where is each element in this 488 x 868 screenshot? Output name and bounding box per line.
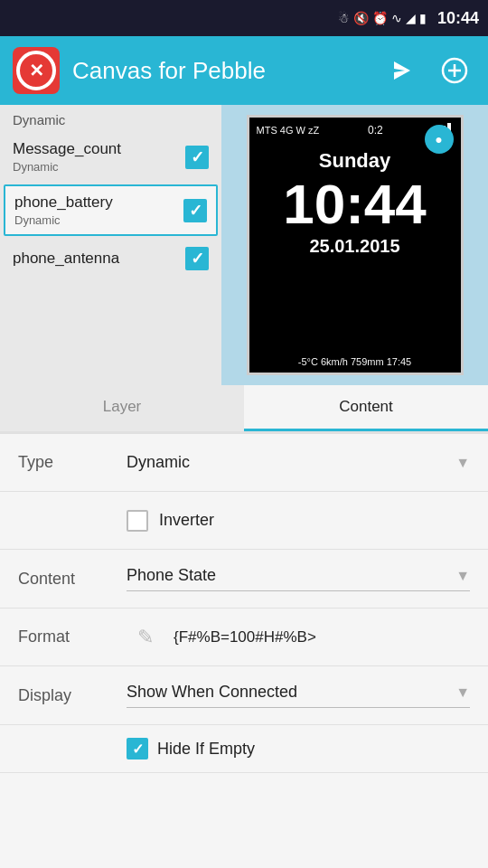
pencil-icon: ✎ <box>137 626 154 649</box>
tab-content[interactable]: Content <box>244 385 488 431</box>
content-value-container: Phone State ▼ <box>127 566 470 591</box>
display-value: Show When Connected <box>127 683 297 702</box>
bluetooth-icon: ☃ <box>338 11 350 25</box>
item-name: Message_count <box>13 140 121 158</box>
app-icon <box>13 47 60 94</box>
wifi-icon: ∿ <box>391 11 402 25</box>
app-title: Canvas for Pebble <box>72 57 369 85</box>
status-time: 10:44 <box>437 9 479 28</box>
type-row: Type Dynamic ▼ <box>0 434 488 492</box>
form-rows: Type Dynamic ▼ Inverter Content Phone St… <box>0 434 488 868</box>
format-row: Format ✎ {F#%B=100#H#%B> <box>0 609 488 666</box>
type-label: Type <box>18 453 127 472</box>
format-label: Format <box>18 627 127 646</box>
dropdown-arrow-display: ▼ <box>455 684 470 701</box>
display-row: Display Show When Connected ▼ <box>0 666 488 725</box>
item-sublabel: Dynamic <box>14 213 113 227</box>
mute-icon: 🔇 <box>353 11 369 25</box>
top-section: Dynamic Message_count Dynamic ✓ phone_ba… <box>0 105 488 385</box>
watch-bluetooth-icon: ● <box>425 125 454 154</box>
hide-empty-row: ✓ Hide If Empty <box>0 725 488 773</box>
content-underline <box>127 590 470 591</box>
hide-empty-checkbox[interactable]: ✓ <box>127 738 148 760</box>
format-value: {F#%B=100#H#%B> <box>174 628 316 646</box>
battery-icon: ▮ <box>419 11 427 25</box>
left-list: Dynamic Message_count Dynamic ✓ phone_ba… <box>0 105 221 385</box>
main-content: Dynamic Message_count Dynamic ✓ phone_ba… <box>0 105 488 868</box>
inverter-label: Inverter <box>159 511 214 530</box>
list-item[interactable]: phone_antenna ✓ <box>0 238 221 279</box>
inverter-row: Inverter <box>0 492 488 550</box>
tab-layer[interactable]: Layer <box>0 385 244 431</box>
watch-bottom-bar: -5°C 6km/h 759mm 17:45 <box>257 356 454 367</box>
list-item[interactable]: Message_count Dynamic ✓ <box>0 131 221 183</box>
bottom-section: Layer Content Type Dynamic ▼ Inverter <box>0 385 488 868</box>
status-icons: ☃ 🔇 ⏰ ∿ ◢ ▮ <box>338 11 427 25</box>
item-checkbox[interactable]: ✓ <box>185 146 209 169</box>
status-bar: ☃ 🔇 ⏰ ∿ ◢ ▮ 10:44 <box>0 0 488 36</box>
watch-face: MTS 4G W zZ 0:2 ● Sunday 10:44 25.01.201… <box>247 115 464 375</box>
type-value-container[interactable]: Dynamic ▼ <box>127 453 470 472</box>
content-value: Phone State <box>127 566 216 585</box>
hide-empty-label: Hide If Empty <box>157 740 255 759</box>
watch-time-small: 0:2 <box>368 124 383 137</box>
content-row: Content Phone State ▼ <box>0 550 488 609</box>
display-value-container: Show When Connected ▼ <box>127 683 470 708</box>
watch-status-bar: MTS 4G W zZ 0:2 <box>257 123 454 137</box>
display-underline <box>127 707 470 708</box>
display-label: Display <box>18 686 127 705</box>
send-button[interactable] <box>381 54 421 87</box>
item-sublabel: Dynamic <box>13 160 121 174</box>
app-bar: Canvas for Pebble <box>0 36 488 105</box>
watch-carrier: MTS 4G W zZ <box>257 125 320 136</box>
item-checkbox[interactable]: ✓ <box>183 199 207 222</box>
content-label: Content <box>18 570 127 589</box>
item-name: phone_antenna <box>13 250 119 268</box>
watch-time-big: 10:44 <box>257 176 454 232</box>
add-button[interactable] <box>434 53 475 88</box>
dropdown-arrow-content: ▼ <box>455 568 470 584</box>
watch-date: 25.01.2015 <box>257 236 454 257</box>
type-value: Dynamic <box>127 453 190 472</box>
dropdown-arrow-type: ▼ <box>455 455 470 471</box>
item-checkbox[interactable]: ✓ <box>185 247 209 270</box>
list-item-selected[interactable]: phone_battery Dynamic ✓ <box>4 184 218 236</box>
dynamic-top-label: Dynamic <box>0 108 221 131</box>
watch-preview: MTS 4G W zZ 0:2 ● Sunday 10:44 25.01.201… <box>221 105 488 385</box>
item-name: phone_battery <box>14 193 113 212</box>
tabs-bar: Layer Content <box>0 385 488 434</box>
signal-icon: ◢ <box>406 11 416 25</box>
alarm-icon: ⏰ <box>372 11 388 25</box>
svg-marker-0 <box>394 61 410 80</box>
watch-day: Sunday <box>257 149 454 173</box>
inverter-checkbox[interactable] <box>127 510 148 532</box>
